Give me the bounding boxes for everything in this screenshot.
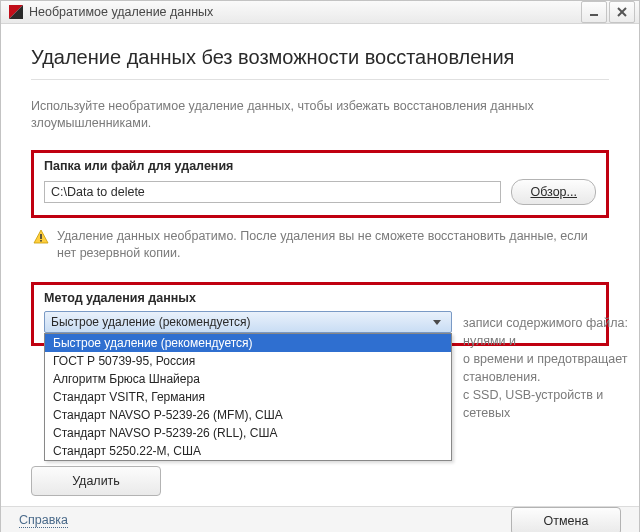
minimize-button[interactable] bbox=[581, 1, 607, 23]
method-option[interactable]: Стандарт 5250.22-M, США bbox=[45, 442, 451, 460]
page-heading: Удаление данных без возможности восстано… bbox=[31, 46, 609, 69]
path-input[interactable] bbox=[44, 181, 501, 203]
method-option[interactable]: ГОСТ Р 50739-95, Россия bbox=[45, 352, 451, 370]
method-option[interactable]: Стандарт VSITR, Германия bbox=[45, 388, 451, 406]
help-link[interactable]: Справка bbox=[19, 513, 68, 528]
method-description: записи содержимого файла: нулями и о вре… bbox=[463, 314, 640, 423]
method-combobox[interactable]: Быстрое удаление (рекомендуется) bbox=[44, 311, 452, 333]
method-option[interactable]: Стандарт NAVSO P-5239-26 (RLL), США bbox=[45, 424, 451, 442]
browse-button[interactable]: Обзор... bbox=[511, 179, 596, 205]
footer: Справка Отмена bbox=[1, 506, 639, 533]
delete-row: Удалить bbox=[31, 466, 609, 496]
cancel-button[interactable]: Отмена bbox=[511, 507, 621, 533]
desc-line: записи содержимого файла: нулями и bbox=[463, 314, 640, 350]
delete-button[interactable]: Удалить bbox=[31, 466, 161, 496]
titlebar: Необратимое удаление данных bbox=[1, 1, 639, 24]
path-section: Папка или файл для удаления Обзор... bbox=[31, 150, 609, 218]
chevron-down-icon bbox=[429, 314, 445, 330]
divider bbox=[31, 79, 609, 80]
dialog-window: Необратимое удаление данных Удаление дан… bbox=[0, 0, 640, 532]
method-option[interactable]: Алгоритм Брюса Шнайера bbox=[45, 370, 451, 388]
desc-line: становления. bbox=[463, 368, 640, 386]
warning-text: Удаление данных необратимо. После удален… bbox=[57, 228, 607, 262]
window-title: Необратимое удаление данных bbox=[29, 5, 579, 19]
method-selected-value: Быстрое удаление (рекомендуется) bbox=[51, 315, 251, 329]
desc-line: о времени и предотвращает bbox=[463, 350, 640, 368]
svg-rect-6 bbox=[40, 234, 42, 239]
method-option[interactable]: Стандарт NAVSO P-5239-26 (MFM), США bbox=[45, 406, 451, 424]
method-option[interactable]: Быстрое удаление (рекомендуется) bbox=[45, 334, 451, 352]
desc-line: с SSD, USB-устройств и сетевых bbox=[463, 386, 640, 422]
app-logo-icon bbox=[9, 5, 23, 19]
subtext: Используйте необратимое удаление данных,… bbox=[31, 98, 609, 132]
svg-rect-7 bbox=[40, 240, 42, 242]
path-row: Обзор... bbox=[44, 179, 596, 205]
method-combo-wrapper: Быстрое удаление (рекомендуется) Быстрое… bbox=[44, 311, 452, 333]
content-area: Удаление данных без возможности восстано… bbox=[1, 24, 639, 506]
close-button[interactable] bbox=[609, 1, 635, 23]
path-label: Папка или файл для удаления bbox=[44, 159, 596, 173]
method-dropdown-list: Быстрое удаление (рекомендуется) ГОСТ Р … bbox=[44, 333, 452, 461]
warning-row: Удаление данных необратимо. После удален… bbox=[33, 228, 607, 262]
warning-icon bbox=[33, 229, 49, 262]
svg-marker-8 bbox=[433, 320, 441, 325]
method-label: Метод удаления данных bbox=[44, 291, 596, 305]
